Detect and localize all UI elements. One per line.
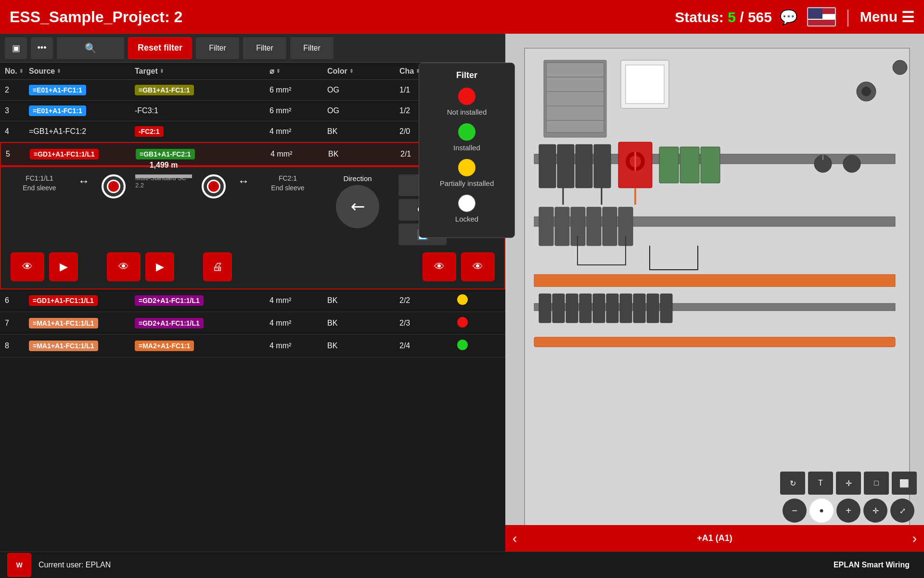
row-target: =GB1+A1-FC2:1 [136, 149, 270, 159]
target-endpoint: FC2:1 End sleeve [259, 174, 317, 192]
ctrl-crosshair-button[interactable]: ✛ [836, 472, 861, 495]
col-header-target[interactable]: Target ⇕ [135, 66, 270, 76]
ctrl-frame-button[interactable]: ⬜ [892, 472, 917, 495]
status-total: 565 [748, 9, 772, 25]
col-header-size[interactable]: ⌀ ⇕ [270, 66, 327, 76]
row-color: OG [327, 106, 399, 115]
row-no: 3 [5, 106, 29, 115]
target-eye-button[interactable]: 👁 [107, 252, 141, 281]
ctrl-zoom-out-button[interactable]: − [783, 499, 807, 523]
endpoint-type-r: End sleeve [271, 184, 304, 192]
ctrl-refresh-button[interactable]: ↻ [780, 472, 805, 495]
row-source: =E01+A1-FC1:1 [29, 85, 135, 95]
sort-source-icon: ⇕ [57, 68, 61, 74]
header-divider: | [846, 7, 850, 27]
endpoint-label-r: FC2:1 [279, 174, 297, 182]
row-channel: 2/4 [399, 342, 457, 350]
language-flag[interactable] [807, 7, 836, 26]
print-button[interactable]: 🖨 [203, 252, 232, 281]
col-header-no[interactable]: No. ⇕ [5, 66, 29, 76]
header: ESS_Sample_Project: 2 Status: 5 / 565 💬 … [0, 0, 924, 34]
filter-button-3[interactable]: Filter [290, 37, 334, 59]
search-button[interactable]: 🔍 [57, 37, 124, 59]
diagram-controls: ↻ T ✛ □ ⬜ − ● + ✛ ⤢ [780, 472, 917, 523]
chat-icon: 💬 [780, 9, 797, 25]
svg-rect-33 [603, 207, 617, 246]
wire-line: 1,499 m Multi-Standard SC 2.2 [135, 174, 192, 178]
ctrl-row-2: − ● + ✛ ⤢ [783, 499, 914, 523]
ctrl-pan-button[interactable]: ✛ [863, 499, 887, 523]
target-dot-button[interactable] [202, 174, 226, 198]
filter-green-dot [458, 123, 475, 141]
row-size: 4 mm² [270, 127, 327, 136]
row-no: 6 [5, 296, 29, 305]
wire-type: Multi-Standard SC 2.2 [135, 174, 192, 189]
table-row[interactable]: 7 =MA1+A1-FC1:1/L1 =GD2+A1-FC1:1/L1 4 mm… [0, 312, 505, 335]
target-play-button[interactable]: ▶ [145, 252, 174, 281]
filter-locked[interactable]: Locked [426, 195, 507, 223]
ctrl-center-button[interactable]: ● [809, 499, 834, 523]
row-channel: 2/2 [399, 296, 457, 305]
row-size: 4 mm² [270, 319, 327, 328]
direction-circle[interactable]: ↖ [336, 185, 379, 228]
filter-not-installed[interactable]: Not installed [426, 88, 507, 116]
row-source: =GD1+A1-FC1:1/L1 [30, 149, 136, 159]
row-source: =MA1+A1-FC1:1/L1 [29, 318, 135, 328]
row-status [457, 340, 486, 352]
source-dot-inner [107, 180, 120, 193]
source-eye-button[interactable]: 👁 [11, 252, 44, 281]
filter-button-2[interactable]: Filter [243, 37, 286, 59]
eye-icon-3: 👁 [434, 261, 445, 273]
main-container: ▣ ••• 🔍 Reset filter Filter Filter Filte… [0, 34, 924, 552]
row-size: 4 mm² [270, 150, 328, 158]
sidebar-toggle-button[interactable]: ▣ [5, 37, 27, 59]
row-target: =GD2+A1-FC1:1/L1 [135, 318, 270, 328]
right-eye-button-1[interactable]: 👁 [423, 252, 456, 281]
diagram-bottom-bar: ‹ +A1 (A1) › [505, 525, 924, 552]
svg-rect-44 [633, 294, 645, 323]
menu-button[interactable]: Menu ☰ [860, 9, 914, 26]
table-row[interactable]: 6 =GD1+A1-FC1:1/L1 =GD2+A1-FC1:1/L1 4 mm… [0, 289, 505, 312]
table-row[interactable]: 8 =MA1+A1-FC1:1/L1 =MA2+A1-FC1:1 4 mm² B… [0, 335, 505, 357]
eye-icon-4: 👁 [473, 261, 483, 273]
header-right: Status: 5 / 565 💬 | Menu ☰ [675, 7, 914, 27]
col-header-source[interactable]: Source ⇕ [29, 66, 135, 76]
filter-yellow-dot [458, 159, 475, 176]
diagram-area[interactable]: ↻ T ✛ □ ⬜ − ● + ✛ ⤢ [505, 34, 924, 552]
prev-panel-button[interactable]: ‹ [513, 531, 517, 546]
svg-rect-23 [680, 147, 699, 183]
filter-button-1[interactable]: Filter [196, 37, 239, 59]
more-options-button[interactable]: ••• [31, 37, 53, 59]
filter-partially-installed[interactable]: Partially installed [426, 159, 507, 187]
source-play-button[interactable]: ▶ [49, 252, 78, 281]
row-target: =GB1+A1-FC1:1 [135, 85, 270, 95]
svg-rect-24 [701, 147, 720, 183]
ctrl-fullscreen-button[interactable]: ⤢ [890, 499, 914, 523]
row-channel: 2/3 [399, 319, 457, 328]
ctrl-zoom-in-button[interactable]: + [836, 499, 860, 523]
filter-dropdown-title: Filter [426, 70, 507, 80]
reset-filter-button[interactable]: Reset filter [128, 37, 192, 59]
row-color: BK [327, 319, 399, 328]
svg-rect-32 [587, 207, 601, 246]
right-eye-button-2[interactable]: 👁 [461, 252, 495, 281]
source-dot-button[interactable] [102, 174, 126, 198]
svg-rect-40 [579, 294, 591, 323]
print-icon: 🖨 [212, 261, 223, 273]
col-header-color[interactable]: Color ⇕ [327, 66, 399, 76]
filter-installed[interactable]: Installed [426, 123, 507, 152]
search-icon: 🔍 [85, 42, 97, 54]
row-target: -FC3:1 [135, 106, 270, 115]
next-panel-button[interactable]: › [912, 531, 917, 546]
ctrl-rect-button[interactable]: □ [864, 472, 889, 495]
target-dot-inner [207, 180, 220, 193]
svg-rect-37 [539, 294, 551, 323]
svg-rect-35 [534, 275, 895, 287]
svg-rect-38 [552, 294, 565, 323]
svg-rect-50 [534, 337, 895, 347]
ctrl-label-button[interactable]: T [808, 472, 833, 495]
direction-section: Direction ↖ [336, 174, 379, 228]
wire-length: 1,499 m [150, 161, 178, 170]
row-source: =GD1+A1-FC1:1/L1 [29, 295, 135, 306]
endpoint-label: FC1:1/L1 [26, 174, 53, 182]
